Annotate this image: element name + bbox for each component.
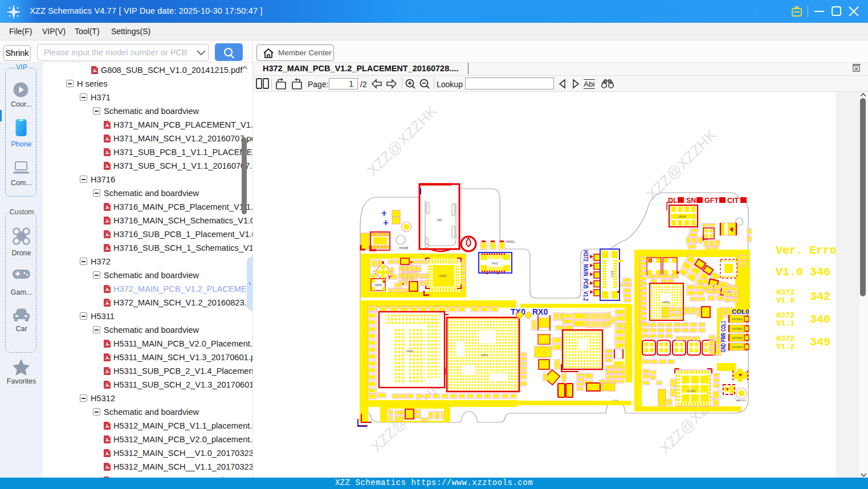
svg-text:J800: J800 [437,219,442,222]
svg-text:X0002: X0002 [374,284,382,287]
svg-text:U5004: U5004 [439,275,447,278]
svg-text:J6001: J6001 [610,271,613,278]
svg-text:SPK1001: SPK1001 [464,249,475,252]
svg-text:ANT6803: ANT6803 [732,337,743,340]
svg-text:349: 349 [810,336,830,349]
svg-text:M4001: M4001 [506,240,515,243]
svg-text:COL0: COL0 [732,308,749,315]
svg-text:SN: SN [686,197,696,205]
svg-text:U2001: U2001 [480,354,488,357]
svg-text:GFT: GFT [704,197,719,205]
svg-text:V1.2: V1.2 [776,343,794,351]
svg-text:U4001: U4001 [406,350,414,353]
svg-text:DL: DL [668,197,678,205]
svg-text:346: 346 [810,266,830,279]
svg-text:XZZ@XZZHK: XZZ@XZZHK [364,102,441,179]
svg-text:MAIN 001: MAIN 001 [736,399,747,402]
svg-text:342: 342 [810,290,830,303]
svg-text:H372: H372 [776,311,794,320]
svg-text:Ver.: Ver. [776,244,803,257]
svg-text:ANT6802: ANT6802 [732,328,743,331]
svg-text:H372: H372 [776,335,794,343]
svg-text:U6001: U6001 [662,301,670,304]
svg-text:IC6001: IC6001 [687,390,696,393]
svg-text:V1.1: V1.1 [776,319,794,328]
svg-text:SH1008: SH1008 [399,247,409,250]
svg-text:H372: H372 [776,288,794,297]
svg-text:340: 340 [810,313,830,326]
svg-text:RX0: RX0 [532,307,548,316]
svg-text:H372_MAIN_PCB_V1.2: H372_MAIN_PCB_V1.2 [582,250,589,301]
svg-text:XZZ@XZZHK: XZZ@XZZHK [643,126,720,203]
svg-text:V1.0: V1.0 [776,266,803,279]
svg-text:ANT6804: ANT6804 [732,346,743,349]
svg-text:CIT: CIT [727,197,739,205]
svg-text:V1.0: V1.0 [776,296,794,305]
svg-text:GND PWR COL1: GND PWR COL1 [720,321,727,352]
svg-text:J4002: J4002 [491,262,499,265]
svg-text:U8004: U8004 [678,215,686,218]
svg-text:ANT6801: ANT6801 [732,318,743,321]
